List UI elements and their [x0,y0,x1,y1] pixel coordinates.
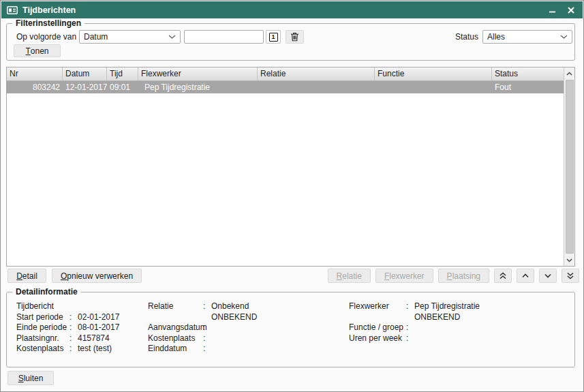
field-label [148,312,203,323]
previous-record-button[interactable] [517,269,534,283]
messages-table: Nr Datum Tijd Flexwerker Relatie Functie… [6,67,575,267]
cell-functie [375,81,492,93]
cell-relatie [258,81,375,93]
cell-status: Fout [492,81,564,93]
cell-flexwerker: Pep Tijdregistratie [138,81,258,93]
close-icon[interactable] [566,5,576,15]
reprocess-button[interactable]: Opnieuw verwerken [52,269,142,283]
chevron-down-icon [168,35,176,39]
column-header-tijd[interactable]: Tijd [107,67,138,80]
next-record-button[interactable] [539,269,557,283]
field-value: ONBEKEND [414,312,460,323]
cell-datum: 12-01-2017 [63,81,107,93]
field-value: 08-01-2017 [78,322,119,333]
field-label: Einde periode [16,322,70,333]
column-header-status[interactable]: Status [492,67,564,80]
field-value: test (test) [78,344,112,355]
field-label: Einddatum [148,344,203,355]
cell-tijd: 09:01 [107,81,138,93]
column-header-nr[interactable]: Nr [7,67,63,80]
window-title: Tijdberichten [22,5,76,15]
detail-legend: Detailinformatie [12,287,81,297]
field-value: Onbekend [211,301,249,312]
status-select[interactable]: Alles [482,30,572,44]
tonen-button[interactable]: Tonen [14,44,61,57]
clear-filter-button[interactable] [286,30,304,44]
chevron-down-icon [544,273,551,278]
status-label: Status [455,32,478,42]
field-label: Relatie [148,301,203,312]
order-select[interactable]: Datum [79,30,181,44]
minimize-icon[interactable] [547,5,557,15]
column-header-flexwerker[interactable]: Flexwerker [138,67,258,80]
detail-column-relatie: Relatie:Onbekend ONBEKEND Aanvangsdatum:… [148,301,257,355]
field-value: 02-01-2017 [78,312,119,323]
detail-groupbox: Detailinformatie Tijdbericht Start perio… [6,292,575,367]
actions-row: Detail Opnieuw verwerken Relatie Flexwer… [6,269,579,283]
first-record-button[interactable] [494,269,512,283]
field-label: Functie / groep [349,322,406,333]
cell-nr: 803242 [7,81,63,93]
detail-column-flexwerker: Flexwerker:Pep Tijdregistratie ONBEKEND … [349,301,480,344]
scrollbar-thumb[interactable] [566,80,574,254]
field-label: Kostenplaats [16,344,70,355]
field-value: ONBEKEND [211,312,257,323]
calendar-icon: 1 [269,33,278,42]
trash-icon [290,32,299,42]
double-chevron-down-icon [567,272,574,280]
detail-column-tijdbericht: Tijdbericht Start periode:02-01-2017 Ein… [16,301,119,355]
scroll-down-icon[interactable] [564,254,574,266]
field-value: Pep Tijdregistratie [414,301,480,312]
titlebar: Tijdberichten [1,1,583,18]
close-window-button[interactable]: Sluiten [7,371,54,385]
order-label: Op volgorde van [16,32,76,42]
field-value: 4157874 [78,333,110,344]
vertical-scrollbar [564,67,574,266]
status-select-value: Alles [487,32,560,42]
detail-button[interactable]: Detail [7,269,46,283]
plaatsing-button[interactable]: Plaatsing [438,269,489,283]
filter-legend: Filterinstellingen [12,18,84,28]
field-label: Uren per week [349,333,406,344]
field-label: Tijdbericht [16,301,70,312]
field-label: Flexwerker [349,301,406,312]
field-label: Kostenplaats [148,333,203,344]
table-header: Nr Datum Tijd Flexwerker Relatie Functie… [7,67,564,81]
column-header-datum[interactable]: Datum [63,67,107,80]
field-label: Plaatsingnr. [16,333,70,344]
window-card-icon [7,6,18,14]
field-label [349,312,406,323]
tijdberichten-window: Tijdberichten Filterinstellingen Op volg… [0,0,584,392]
field-label: Aanvangsdatum [148,322,203,333]
table-row[interactable]: 803242 12-01-2017 09:01 Pep Tijdregistra… [7,81,564,93]
scroll-up-icon[interactable] [564,67,574,79]
filter-groupbox: Filterinstellingen Op volgorde van Datum… [6,23,575,61]
column-header-relatie[interactable]: Relatie [258,67,375,80]
chevron-up-icon [522,273,529,278]
last-record-button[interactable] [562,269,579,283]
date-filter-input[interactable] [184,30,264,44]
order-select-value: Datum [84,32,168,42]
field-label: Start periode [16,312,70,323]
relatie-button[interactable]: Relatie [328,269,371,283]
column-header-functie[interactable]: Functie [375,67,492,80]
chevron-down-icon [560,35,568,39]
calendar-button[interactable]: 1 [266,30,281,44]
double-chevron-up-icon [500,272,506,280]
flexwerker-button[interactable]: Flexwerker [375,269,433,283]
